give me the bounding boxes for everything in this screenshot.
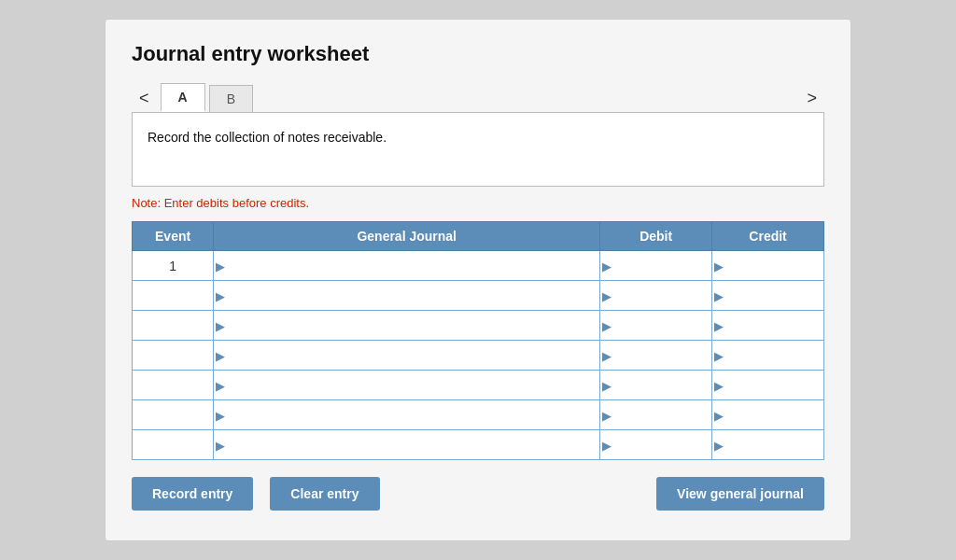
credit-cell-2[interactable]: ▶ xyxy=(712,311,824,341)
debit-cell-3[interactable]: ▶ xyxy=(600,341,712,371)
event-cell-6 xyxy=(133,430,214,460)
debit-input-6[interactable] xyxy=(606,438,706,453)
credit-cell-6[interactable]: ▶ xyxy=(712,430,824,460)
table-row: ▶▶▶ xyxy=(133,341,824,371)
debit-input-5[interactable] xyxy=(606,408,706,423)
gj-input-5[interactable] xyxy=(227,408,594,423)
tab-b[interactable]: B xyxy=(209,85,253,112)
event-cell-2 xyxy=(133,311,214,341)
debit-arrow-4: ▶ xyxy=(602,378,612,392)
credit-cell-3[interactable]: ▶ xyxy=(712,341,824,371)
event-cell-5 xyxy=(133,400,214,430)
credit-arrow-1: ▶ xyxy=(714,288,724,302)
credit-input-2[interactable] xyxy=(718,318,818,333)
debit-cell-1[interactable]: ▶ xyxy=(600,281,712,311)
debit-arrow-0: ▶ xyxy=(602,259,612,273)
col-header-event: Event xyxy=(133,222,214,251)
gj-input-4[interactable] xyxy=(227,378,594,393)
clear-entry-button[interactable]: Clear entry xyxy=(270,477,379,511)
gj-cell-3[interactable]: ▶ xyxy=(214,341,600,371)
credit-arrow-0: ▶ xyxy=(714,259,724,273)
button-row: Record entry Clear entry View general jo… xyxy=(132,477,824,511)
gj-input-0[interactable] xyxy=(227,259,594,273)
credit-cell-0[interactable]: ▶ xyxy=(712,251,824,281)
event-cell-1 xyxy=(133,281,214,311)
debit-arrow-5: ▶ xyxy=(602,408,612,422)
row-arrow-2: ▶ xyxy=(216,318,225,332)
credit-cell-5[interactable]: ▶ xyxy=(712,400,824,430)
row-arrow-4: ▶ xyxy=(216,378,225,392)
event-cell-3 xyxy=(133,341,214,371)
tabs-row: < A B > xyxy=(132,83,824,112)
gj-input-2[interactable] xyxy=(227,318,594,333)
credit-cell-1[interactable]: ▶ xyxy=(712,281,824,311)
credit-arrow-5: ▶ xyxy=(714,408,724,422)
debit-arrow-1: ▶ xyxy=(602,288,612,302)
table-row: ▶▶▶ xyxy=(133,311,824,341)
debit-cell-5[interactable]: ▶ xyxy=(600,400,712,430)
credit-input-1[interactable] xyxy=(718,288,818,303)
debit-arrow-2: ▶ xyxy=(602,318,612,332)
row-arrow-5: ▶ xyxy=(216,408,225,422)
debit-input-2[interactable] xyxy=(606,318,706,333)
col-header-gj: General Journal xyxy=(214,222,600,251)
credit-input-6[interactable] xyxy=(718,438,818,453)
event-cell-4 xyxy=(133,371,214,400)
table-row: 1▶▶▶ xyxy=(133,251,824,281)
table-row: ▶▶▶ xyxy=(133,400,824,430)
credit-arrow-4: ▶ xyxy=(714,378,724,392)
gj-input-6[interactable] xyxy=(227,438,594,453)
page-title: Journal entry worksheet xyxy=(132,42,824,66)
next-tab-arrow[interactable]: > xyxy=(799,86,824,110)
debit-arrow-3: ▶ xyxy=(602,348,612,362)
view-general-journal-button[interactable]: View general journal xyxy=(656,477,824,511)
gj-cell-0[interactable]: ▶ xyxy=(214,251,600,281)
gj-cell-6[interactable]: ▶ xyxy=(214,430,600,460)
row-arrow-6: ▶ xyxy=(216,438,225,452)
worksheet-card: Journal entry worksheet < A B > Record t… xyxy=(105,19,851,541)
credit-input-0[interactable] xyxy=(718,259,818,273)
credit-input-5[interactable] xyxy=(718,408,818,423)
journal-table: Event General Journal Debit Credit 1▶▶▶▶… xyxy=(132,221,824,460)
event-cell-0: 1 xyxy=(133,251,214,281)
credit-arrow-3: ▶ xyxy=(714,348,724,362)
debit-cell-2[interactable]: ▶ xyxy=(600,311,712,341)
credit-input-4[interactable] xyxy=(718,378,818,393)
credit-cell-4[interactable]: ▶ xyxy=(712,371,824,400)
debit-input-1[interactable] xyxy=(606,288,706,303)
tab-a[interactable]: A xyxy=(161,83,205,112)
gj-cell-2[interactable]: ▶ xyxy=(214,311,600,341)
table-row: ▶▶▶ xyxy=(133,430,824,460)
table-row: ▶▶▶ xyxy=(133,371,824,400)
description-box: Record the collection of notes receivabl… xyxy=(132,112,824,187)
col-header-credit: Credit xyxy=(712,222,824,251)
row-arrow-0: ▶ xyxy=(216,259,225,273)
credit-input-3[interactable] xyxy=(718,348,818,363)
gj-cell-5[interactable]: ▶ xyxy=(214,400,600,430)
row-arrow-3: ▶ xyxy=(216,348,225,362)
gj-cell-1[interactable]: ▶ xyxy=(214,281,600,311)
description-text: Record the collection of notes receivabl… xyxy=(148,130,387,145)
note-text: Note: Enter debits before credits. xyxy=(132,196,824,210)
table-row: ▶▶▶ xyxy=(133,281,824,311)
debit-cell-6[interactable]: ▶ xyxy=(600,430,712,460)
debit-input-4[interactable] xyxy=(606,378,706,393)
col-header-debit: Debit xyxy=(600,222,712,251)
debit-cell-4[interactable]: ▶ xyxy=(600,371,712,400)
debit-arrow-6: ▶ xyxy=(602,438,612,452)
record-entry-button[interactable]: Record entry xyxy=(132,477,253,511)
debit-input-0[interactable] xyxy=(606,259,706,273)
credit-arrow-6: ▶ xyxy=(714,438,724,452)
gj-cell-4[interactable]: ▶ xyxy=(214,371,600,400)
debit-cell-0[interactable]: ▶ xyxy=(600,251,712,281)
gj-input-3[interactable] xyxy=(227,348,594,363)
prev-tab-arrow[interactable]: < xyxy=(132,86,157,110)
gj-input-1[interactable] xyxy=(227,288,594,303)
debit-input-3[interactable] xyxy=(606,348,706,363)
row-arrow-1: ▶ xyxy=(216,288,225,302)
credit-arrow-2: ▶ xyxy=(714,318,724,332)
